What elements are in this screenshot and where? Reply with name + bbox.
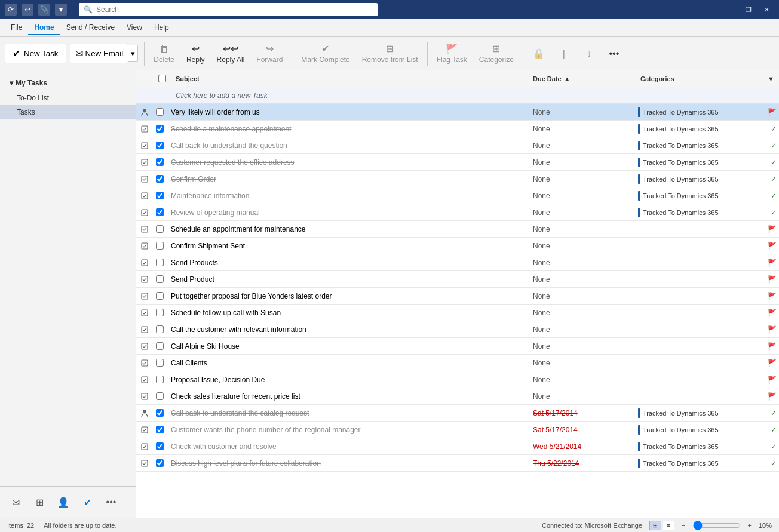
nav-mail-button[interactable]: ✉ — [5, 491, 26, 513]
task-checkbox[interactable] — [153, 442, 166, 450]
task-row[interactable]: Proposal Issue, Decision DueNone🚩 — [136, 371, 779, 388]
delete-button[interactable]: 🗑 Delete — [148, 41, 180, 67]
restore-button[interactable]: ❐ — [741, 4, 756, 16]
header-categories[interactable]: Categories ▼ — [636, 75, 779, 82]
task-row[interactable]: Customer requested the office addressNon… — [136, 154, 779, 171]
lock-button[interactable]: 🔒 — [527, 45, 551, 62]
task-checkbox[interactable] — [153, 158, 166, 166]
flag-icon[interactable]: 🚩 — [768, 359, 777, 367]
zoom-slider[interactable] — [693, 521, 741, 530]
task-checkbox[interactable] — [153, 325, 166, 333]
nav-more-button[interactable]: ••• — [100, 491, 122, 513]
mark-complete-button[interactable]: ✔ Mark Complete — [296, 40, 355, 67]
attachment-icon[interactable]: 📎 — [38, 4, 50, 16]
task-checkbox[interactable] — [153, 342, 166, 350]
task-row[interactable]: Put together proposal for Blue Yonders l… — [136, 288, 779, 305]
task-checkbox[interactable] — [153, 175, 166, 183]
new-task-button[interactable]: ✔ New Task — [5, 44, 66, 63]
flag-icon[interactable]: 🚩 — [768, 275, 777, 284]
my-tasks-header[interactable]: ▾ My Tasks — [0, 75, 136, 91]
arrow-down-button[interactable]: ↓ — [577, 45, 601, 62]
header-subject[interactable]: Subject — [171, 75, 528, 82]
task-checkbox[interactable] — [153, 125, 166, 133]
pipe-button[interactable]: | — [552, 45, 576, 62]
task-row[interactable]: Confirm OrderNoneTracked To Dynamics 365… — [136, 171, 779, 187]
flag-icon[interactable]: 🚩 — [768, 292, 777, 300]
flag-task-button[interactable]: 🚩 Flag Task — [431, 40, 473, 67]
task-row[interactable]: Schedule a maintenance appointmentNoneTr… — [136, 121, 779, 137]
header-duedate[interactable]: Due Date ▲ — [528, 75, 636, 82]
undo-icon[interactable]: ↩ — [22, 4, 33, 16]
task-checkbox[interactable] — [153, 259, 166, 266]
search-bar[interactable]: 🔍 — [79, 3, 378, 16]
task-row[interactable]: Check with customer and resolveWed 5/21/… — [136, 438, 779, 455]
task-checkbox[interactable] — [153, 359, 166, 367]
flag-icon[interactable]: 🚩 — [768, 309, 777, 317]
task-row[interactable]: Discuss high level plans for future coll… — [136, 455, 779, 472]
more-button[interactable]: ••• — [602, 45, 626, 62]
nav-tasks-button[interactable]: ✔ — [76, 491, 98, 513]
task-checkbox[interactable] — [153, 426, 166, 433]
task-row[interactable]: Call the customer with relevant informat… — [136, 321, 779, 338]
task-checkbox[interactable] — [153, 376, 166, 383]
reply-all-button[interactable]: ↩↩ Reply All — [211, 40, 250, 67]
menu-file[interactable]: File — [5, 21, 28, 35]
flag-icon[interactable]: 🚩 — [768, 108, 777, 116]
task-checkbox[interactable] — [153, 392, 166, 400]
task-checkbox[interactable] — [153, 208, 166, 216]
flag-icon[interactable]: 🚩 — [768, 225, 777, 233]
zoom-minus-icon[interactable]: − — [682, 522, 685, 529]
select-all-checkbox[interactable] — [158, 75, 166, 82]
new-email-button[interactable]: ✉ New Email — [70, 44, 129, 63]
flag-icon[interactable]: 🚩 — [768, 325, 777, 334]
task-checkbox[interactable] — [153, 309, 166, 316]
reply-button[interactable]: ↩ Reply — [181, 40, 210, 67]
task-checkbox[interactable] — [153, 275, 166, 283]
search-input[interactable] — [96, 5, 373, 14]
task-checkbox[interactable] — [153, 108, 166, 116]
filter-icon[interactable]: ▼ — [768, 75, 774, 82]
flag-icon[interactable]: 🚩 — [768, 342, 777, 350]
task-checkbox[interactable] — [153, 142, 166, 149]
normal-view-button[interactable]: ⊞ — [649, 521, 661, 530]
menu-home[interactable]: Home — [28, 21, 60, 35]
task-row[interactable]: Confirm Shipment SentNone🚩 — [136, 238, 779, 254]
task-row[interactable]: Call Alpine Ski HouseNone🚩 — [136, 338, 779, 355]
add-task-row[interactable]: Click here to add a new Task — [136, 87, 779, 104]
task-checkbox[interactable] — [153, 292, 166, 300]
menu-help[interactable]: Help — [148, 21, 175, 35]
nav-calendar-button[interactable]: ⊞ — [29, 491, 50, 513]
task-checkbox[interactable] — [153, 242, 166, 250]
categorize-button[interactable]: ⊞ Categorize — [474, 40, 519, 67]
forward-button[interactable]: ↪ Forward — [251, 40, 288, 67]
remove-from-button[interactable]: ⊟ Remove from List — [357, 40, 424, 67]
task-row[interactable]: Send ProductsNone🚩 — [136, 254, 779, 271]
task-row[interactable]: Schedule an appointment for maintenanceN… — [136, 221, 779, 238]
new-email-dropdown-button[interactable]: ▾ — [128, 45, 138, 62]
sidebar-item-todo-list[interactable]: To-Do List — [0, 91, 136, 105]
task-row[interactable]: Send ProductNone🚩 — [136, 271, 779, 288]
task-row[interactable]: Customer wants the phone number of the r… — [136, 422, 779, 438]
zoom-plus-icon[interactable]: + — [748, 522, 752, 529]
flag-icon[interactable]: 🚩 — [768, 392, 777, 401]
flag-icon[interactable]: 🚩 — [768, 259, 777, 267]
task-row[interactable]: Check sales literature for recent price … — [136, 388, 779, 405]
menu-send-receive[interactable]: Send / Receive — [60, 21, 121, 35]
reading-view-button[interactable]: ≡ — [663, 521, 674, 530]
dropdown-icon[interactable]: ▾ — [55, 4, 67, 16]
task-checkbox[interactable] — [153, 225, 166, 233]
task-row[interactable]: Schedule follow up call with SusanNone🚩 — [136, 305, 779, 321]
flag-icon[interactable]: 🚩 — [768, 376, 777, 384]
close-button[interactable]: ✕ — [759, 4, 774, 16]
task-row[interactable]: Call back to understand the catalog requ… — [136, 405, 779, 422]
task-row[interactable]: Call back to understand the questionNone… — [136, 137, 779, 154]
task-row[interactable]: Very likely will order from usNoneTracke… — [136, 104, 779, 121]
outlook-icon[interactable]: ⟳ — [5, 4, 17, 16]
menu-view[interactable]: View — [121, 21, 148, 35]
task-row[interactable]: Call ClientsNone🚩 — [136, 355, 779, 371]
sidebar-item-tasks[interactable]: Tasks — [0, 105, 136, 119]
task-row[interactable]: Maintenance informationNoneTracked To Dy… — [136, 187, 779, 204]
minimize-button[interactable]: − — [723, 4, 738, 16]
task-checkbox[interactable] — [153, 409, 166, 417]
task-checkbox[interactable] — [153, 459, 166, 467]
